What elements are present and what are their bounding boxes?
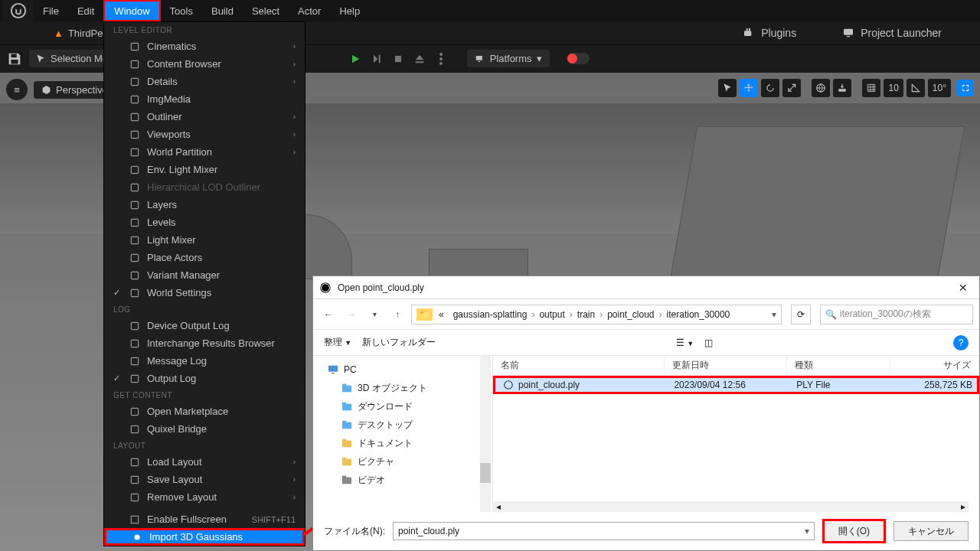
globe-tool-button[interactable] xyxy=(812,79,830,97)
plugins-button[interactable]: Plugins xyxy=(735,24,804,42)
tree-item-1[interactable]: ダウンロード xyxy=(319,397,486,416)
chevron-right-icon: › xyxy=(293,112,296,121)
launcher-button[interactable]: Project Launcher xyxy=(835,24,949,42)
filename-input[interactable]: point_cloud.ply▾ xyxy=(393,522,815,540)
menu-build[interactable]: Build xyxy=(202,0,243,21)
step-button[interactable] xyxy=(368,50,386,68)
svg-rect-53 xyxy=(342,422,351,429)
search-input[interactable]: 🔍 iteration_30000の検索 xyxy=(820,305,973,324)
play-button[interactable] xyxy=(346,50,364,68)
tree-item-5[interactable]: ビデオ xyxy=(319,471,486,489)
col-type[interactable]: 種類 xyxy=(787,356,890,375)
tree-scrollbar[interactable] xyxy=(480,356,491,512)
chevron-down-icon: ▾ xyxy=(537,53,542,64)
crumb-train[interactable]: train xyxy=(574,309,598,320)
list-header[interactable]: 名前 更新日時 種類 サイズ xyxy=(493,356,979,376)
save-icon[interactable] xyxy=(6,51,23,67)
refresh-button[interactable]: ⟳ xyxy=(791,305,811,324)
help-button[interactable]: ? xyxy=(953,335,969,350)
grid-snap-button[interactable] xyxy=(862,79,880,97)
menu-imgmedia[interactable]: ImgMedia xyxy=(104,90,305,108)
menu-file[interactable]: File xyxy=(34,0,68,21)
menu-message-log[interactable]: Message Log xyxy=(104,352,305,370)
menu-variant-manager[interactable]: Variant Manager xyxy=(104,266,305,284)
crumb-gaussian-splatting[interactable]: gaussian-splatting xyxy=(450,309,531,320)
menu-env-light-mixer[interactable]: Env. Light Mixer xyxy=(104,161,305,178)
translate-tool-button[interactable] xyxy=(740,79,758,97)
menu-device-output-log[interactable]: Device Output Log xyxy=(104,317,305,334)
live-coding-toggle[interactable] xyxy=(567,53,590,64)
menu-open-marketplace[interactable]: Open Marketplace xyxy=(104,403,305,420)
tree-item-3[interactable]: ドキュメント xyxy=(319,434,486,452)
viewport-menu-button[interactable]: ≡ xyxy=(6,79,28,100)
ue-small-icon xyxy=(319,282,332,294)
col-date[interactable]: 更新日時 xyxy=(665,356,787,375)
menu-tools[interactable]: Tools xyxy=(161,0,202,21)
maximize-viewport-button[interactable] xyxy=(957,80,974,96)
surface-snap-button[interactable] xyxy=(833,79,851,97)
menu-quixel-bridge[interactable]: Quixel Bridge xyxy=(104,420,305,438)
tree-item-0[interactable]: 3D オブジェクト xyxy=(319,379,486,397)
angle-snap-button[interactable] xyxy=(906,79,925,97)
organize-button[interactable]: 整理 ▼ xyxy=(324,336,351,349)
crumb-output[interactable]: output xyxy=(536,309,567,320)
col-size[interactable]: サイズ xyxy=(890,356,979,375)
nav-recent-button[interactable]: ▾ xyxy=(365,305,384,324)
grid-snap-value[interactable]: 10 xyxy=(884,79,903,97)
menu-details[interactable]: Details› xyxy=(104,73,305,90)
nav-forward-button[interactable]: → xyxy=(342,305,361,324)
menu-help[interactable]: Help xyxy=(330,0,369,21)
new-folder-button[interactable]: 新しいフォルダー xyxy=(362,336,436,349)
file-row-pointcloud[interactable]: point_cloud.ply 2023/09/04 12:56 PLY Fil… xyxy=(493,376,979,394)
menu-import-3d-gaussians[interactable]: Import 3D Gaussians xyxy=(104,528,305,546)
view-options-button[interactable]: ☰ ▼ xyxy=(676,337,694,348)
menu-interchange-results-browser[interactable]: Interchange Results Browser xyxy=(104,334,305,352)
tree-item-pc[interactable]: PC xyxy=(319,360,486,379)
svg-rect-17 xyxy=(131,60,138,67)
menu-section-log: LOG xyxy=(104,302,305,317)
col-name[interactable]: 名前 xyxy=(493,356,665,375)
tree-item-4[interactable]: ピクチャ xyxy=(319,452,486,471)
select-tool-button[interactable] xyxy=(718,79,737,97)
menu-window[interactable]: Window xyxy=(103,0,160,21)
menu-remove-layout[interactable]: Remove Layout› xyxy=(104,488,305,506)
rotate-tool-button[interactable] xyxy=(761,79,779,97)
menu-load-layout[interactable]: Load Layout› xyxy=(104,453,305,471)
svg-rect-15 xyxy=(839,89,846,92)
stop-button[interactable] xyxy=(389,50,407,68)
cancel-button[interactable]: キャンセル xyxy=(893,521,969,541)
dialog-close-button[interactable]: ✕ xyxy=(953,278,973,298)
menu-cinematics[interactable]: Cinematics› xyxy=(104,37,305,55)
eject-button[interactable] xyxy=(410,50,429,68)
menu-place-actors[interactable]: Place Actors xyxy=(104,249,305,266)
crumb-point_cloud[interactable]: point_cloud xyxy=(604,309,657,320)
menu-output-log[interactable]: ✓Output Log xyxy=(104,370,305,387)
menu-world-partition[interactable]: World Partition› xyxy=(104,143,305,161)
nav-up-button[interactable]: ↑ xyxy=(388,305,407,324)
scale-tool-button[interactable] xyxy=(782,79,801,97)
open-button[interactable]: 開く(O) xyxy=(822,519,886,543)
tree-item-2[interactable]: デスクトップ xyxy=(319,416,486,434)
menu-edit[interactable]: Edit xyxy=(68,0,103,21)
menu-light-mixer[interactable]: Light Mixer xyxy=(104,231,305,249)
breadcrumb[interactable]: 📁 « gaussian-splattingoutputtrainpoint_c… xyxy=(411,305,782,324)
angle-snap-value[interactable]: 10° xyxy=(928,79,951,97)
menu-world-settings[interactable]: ✓World Settings xyxy=(104,284,305,302)
perspective-label: Perspective xyxy=(56,84,108,96)
platforms-dropdown[interactable]: Platforms ▾ xyxy=(467,50,550,67)
menu-outliner[interactable]: Outliner› xyxy=(104,108,305,126)
preview-pane-button[interactable]: ◫ xyxy=(704,337,713,348)
menu-select[interactable]: Select xyxy=(243,0,289,21)
menu-viewports[interactable]: Viewports› xyxy=(104,126,305,143)
menu-actor[interactable]: Actor xyxy=(289,0,330,21)
menu-save-layout[interactable]: Save Layout› xyxy=(104,471,305,488)
menu-enable-fullscreen[interactable]: Enable Fullscreen SHIFT+F11 xyxy=(104,510,305,528)
h-scrollbar[interactable]: ◂ ▸ xyxy=(493,501,969,512)
nav-back-button[interactable]: ← xyxy=(319,305,338,324)
menu-layers[interactable]: Layers xyxy=(104,196,305,214)
menu-levels[interactable]: Levels xyxy=(104,214,305,231)
crumb-iteration_30000[interactable]: iteration_30000 xyxy=(664,309,733,320)
play-options-button[interactable] xyxy=(432,50,450,68)
chevron-down-icon[interactable]: ▾ xyxy=(772,309,776,320)
menu-content-browser[interactable]: Content Browser› xyxy=(104,55,305,73)
